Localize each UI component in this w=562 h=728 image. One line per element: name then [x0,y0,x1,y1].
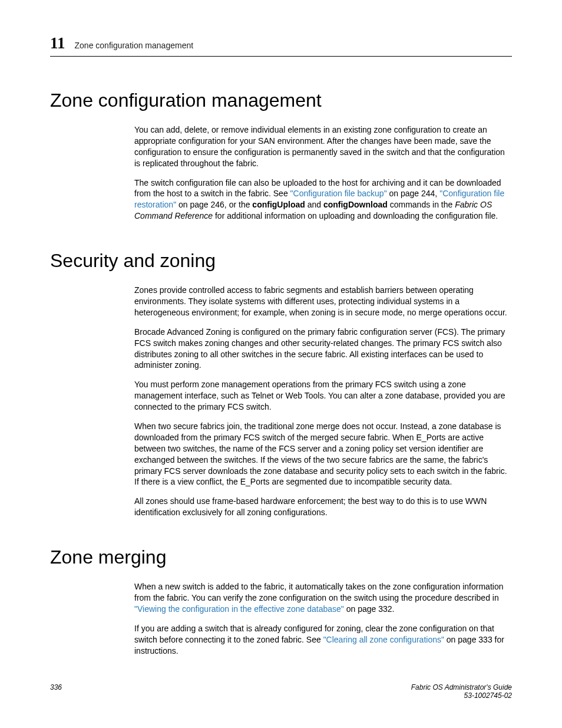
text-run: on page 246, or the [176,200,252,209]
page-header: 11 Zone configuration management [50,34,512,57]
paragraph: You must perform zone management operati… [134,379,512,413]
paragraph: If you are adding a switch that is alrea… [134,623,512,657]
text-run: commands in the [388,200,455,209]
text-run: and [305,200,323,209]
link-config-file-backup[interactable]: "Configuration file backup" [290,189,387,198]
guide-title: Fabric OS Administrator's Guide [411,683,512,691]
chapter-number: 11 [50,34,65,52]
text-run: When a new switch is added to the fabric… [134,582,503,602]
paragraph: Zones provide controlled access to fabri… [134,285,512,318]
paragraph: The switch configuration file can also b… [134,177,512,222]
page-footer: 336 Fabric OS Administrator's Guide 53-1… [50,683,512,700]
paragraph: When a new switch is added to the fabric… [134,581,512,615]
footer-right: Fabric OS Administrator's Guide 53-10027… [411,683,512,700]
section-body-zone-config-mgmt: You can add, delete, or remove individua… [134,124,512,222]
paragraph: All zones should use frame-based hardwar… [134,496,512,518]
paragraph: You can add, delete, or remove individua… [134,124,512,169]
paragraph: When two secure fabrics join, the tradit… [134,421,512,487]
doc-number: 53-1002745-02 [411,691,512,700]
section-body-security-zoning: Zones provide controlled access to fabri… [134,285,512,518]
paragraph: Brocade Advanced Zoning is configured on… [134,327,512,371]
command-configupload: configUpload [252,200,305,209]
heading-zone-config-mgmt: Zone configuration management [50,90,512,111]
page-number: 336 [50,683,62,700]
heading-zone-merging: Zone merging [50,546,512,568]
heading-security-zoning: Security and zoning [50,250,512,272]
chapter-title: Zone configuration management [75,41,194,50]
text-run: on page 244, [387,189,440,198]
text-run: on page 332. [344,604,395,614]
link-clearing-zone-configs[interactable]: "Clearing all zone configurations" [323,635,444,644]
command-configdownload: configDownload [323,200,388,209]
link-viewing-effective-zone-db[interactable]: "Viewing the configuration in the effect… [134,604,344,614]
text-run: for additional information on uploading … [213,211,498,220]
section-body-zone-merging: When a new switch is added to the fabric… [134,581,512,656]
